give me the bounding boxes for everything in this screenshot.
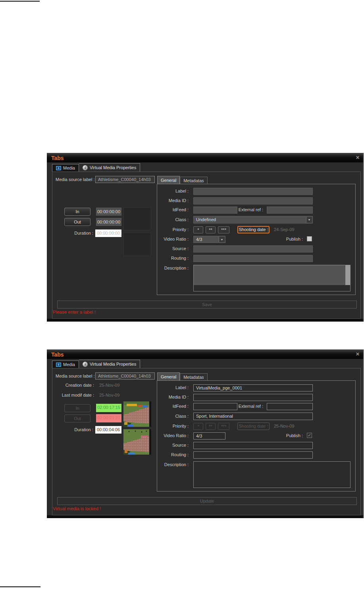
- description-label: Description :: [137, 266, 189, 270]
- label-field[interactable]: VirtualMedia_pge_0001: [193, 384, 313, 391]
- titlebar: Tabs ✕: [47, 153, 363, 162]
- update-button[interactable]: Update: [57, 497, 357, 505]
- idfeed-field[interactable]: [193, 206, 237, 214]
- publish-checkbox[interactable]: [307, 236, 312, 241]
- status-message: Virtual media is locked !: [53, 506, 101, 511]
- duration-label: Duration :: [65, 231, 93, 235]
- video-thumbnail-placeholder-2: [123, 232, 151, 256]
- priority-3-button[interactable]: ***: [218, 226, 229, 233]
- media-source-field[interactable]: Athletisme_C00040_14h03: [95, 372, 155, 380]
- media-id-field[interactable]: [193, 394, 313, 401]
- window-title: Tabs: [51, 155, 64, 161]
- duration-field[interactable]: 00:00:04:06: [95, 426, 121, 434]
- close-icon[interactable]: ✕: [356, 351, 360, 357]
- source-field[interactable]: [193, 245, 313, 253]
- tab-metadatas[interactable]: Metadatas: [180, 177, 207, 184]
- priority-1-button[interactable]: *: [193, 226, 203, 233]
- media-id-label: Media ID :: [137, 198, 189, 203]
- shooting-date-button: Shooting date :: [237, 422, 270, 430]
- tab-virtual-media-properties[interactable]: i Virtual Media Properties: [79, 163, 140, 172]
- source-label: Source :: [137, 443, 189, 447]
- source-field[interactable]: [193, 442, 313, 449]
- media-id-field[interactable]: [193, 197, 313, 204]
- tab-metadatas[interactable]: Metadatas: [180, 373, 207, 380]
- publish-label: Publish :: [279, 433, 303, 438]
- creation-date-value: 25-Nov-09: [99, 383, 119, 388]
- label-field[interactable]: [193, 188, 313, 195]
- media-source-field[interactable]: Athletisme_C00040_14h03: [95, 176, 155, 183]
- video-ratio-field[interactable]: 4/3: [193, 432, 225, 440]
- last-modif-date-label: Last modif date :: [47, 393, 94, 397]
- priority-2-button[interactable]: **: [206, 226, 216, 233]
- routing-label: Routing :: [137, 452, 189, 457]
- description-scrollbar[interactable]: [345, 265, 350, 285]
- main-tabrow: Media i Virtual Media Properties: [52, 163, 140, 172]
- video-ratio-dropdown[interactable]: 4/3 ▼: [193, 236, 225, 243]
- window-title: Tabs: [51, 351, 64, 358]
- main-tabrow: Media i Virtual Media Properties: [52, 360, 140, 368]
- source-label: Source :: [137, 246, 189, 251]
- chevron-down-icon[interactable]: ▼: [219, 237, 225, 242]
- label-label: Label :: [137, 385, 189, 390]
- info-icon: i: [83, 165, 88, 170]
- class-label: Class :: [137, 414, 189, 418]
- tab-media[interactable]: Media: [52, 361, 79, 368]
- video-ratio-label: Video Ratio :: [137, 433, 189, 438]
- routing-field[interactable]: [193, 255, 313, 262]
- tab-media[interactable]: Media: [52, 164, 79, 172]
- out-timecode-field[interactable]: 00:00:00:00: [96, 218, 121, 226]
- tab-general[interactable]: General: [157, 176, 180, 184]
- label-label: Label :: [137, 189, 189, 193]
- tabs-window-1: Tabs ✕ Media i Virtual Media Properties …: [47, 153, 364, 322]
- window-bottom-border: [47, 515, 363, 518]
- close-icon[interactable]: ✕: [356, 155, 360, 160]
- shooting-date-button[interactable]: Shooting date :: [237, 226, 270, 233]
- in-timecode-field: 02:00:17:15: [96, 404, 121, 412]
- video-ratio-label: Video Ratio :: [137, 237, 189, 241]
- class-dropdown[interactable]: Undefined ▼: [193, 216, 313, 224]
- priority-label: Priority :: [137, 227, 189, 232]
- in-button[interactable]: In: [64, 208, 91, 216]
- properties-tabrow: General Metadatas: [157, 372, 208, 380]
- info-icon: i: [83, 362, 88, 367]
- out-timecode-field: 02:00:21:21: [96, 414, 121, 422]
- titlebar: Tabs ✕: [47, 349, 363, 359]
- tab-media-label: Media: [63, 166, 75, 170]
- tab-general[interactable]: General: [157, 372, 180, 380]
- tab-media-label: Media: [63, 362, 75, 367]
- status-message: Please enter a label !: [53, 310, 96, 314]
- routing-label: Routing :: [137, 256, 189, 260]
- duration-field[interactable]: 00:00:00:00: [95, 229, 121, 237]
- external-ref-field[interactable]: [267, 403, 313, 410]
- creation-date-label: Creation date :: [47, 383, 94, 388]
- publish-label: Publish :: [279, 237, 303, 241]
- in-timecode-field[interactable]: 00:00:00:00: [96, 208, 121, 216]
- description-field[interactable]: [193, 461, 351, 488]
- description-field[interactable]: [193, 265, 351, 291]
- duration-label: Duration :: [65, 427, 93, 432]
- idfeed-field[interactable]: [193, 403, 237, 410]
- media-source-label: Media source label :: [56, 374, 94, 378]
- idfeed-label: IdFeed :: [137, 207, 189, 212]
- out-button[interactable]: Out: [64, 218, 91, 226]
- page-footer-rule: [0, 586, 40, 587]
- tab-vmp-label: Virtual Media Properties: [90, 165, 136, 170]
- external-ref-label: External ref :: [235, 404, 263, 409]
- media-icon: [56, 362, 61, 367]
- description-label: Description :: [137, 462, 189, 467]
- tab-virtual-media-properties[interactable]: i Virtual Media Properties: [79, 360, 140, 368]
- video-ratio-value: 4/3: [196, 237, 202, 242]
- routing-field[interactable]: [193, 451, 313, 459]
- idfeed-label: IdFeed :: [137, 404, 189, 409]
- priority-label: Priority :: [137, 424, 189, 428]
- window-bottom-border: [47, 319, 363, 322]
- chevron-down-icon[interactable]: ▼: [306, 217, 312, 223]
- check-icon: ✓: [308, 433, 311, 438]
- page-header-rule: [0, 1, 40, 2]
- save-button[interactable]: Save: [57, 301, 357, 308]
- description-text-area[interactable]: [194, 265, 345, 285]
- class-field[interactable]: Sport, International: [193, 413, 313, 420]
- priority-1-button: *: [193, 423, 203, 430]
- tabs-window-2: Tabs ✕ Media i Virtual Media Properties …: [47, 349, 364, 518]
- external-ref-field[interactable]: [267, 206, 313, 214]
